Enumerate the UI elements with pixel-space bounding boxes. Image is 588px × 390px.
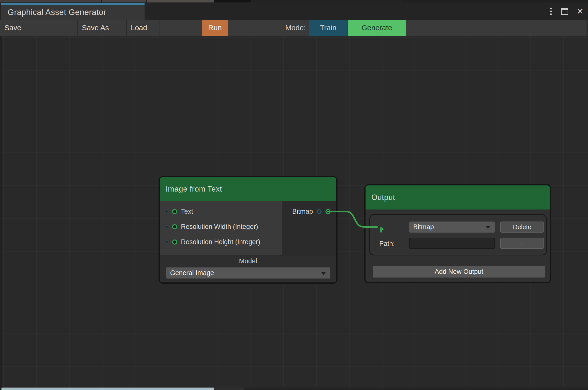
input-row-resolution-height: Resolution Height (Integer) bbox=[160, 234, 282, 249]
save-as-button[interactable]: Save As bbox=[78, 20, 126, 36]
toolbar-empty-segment bbox=[34, 20, 77, 36]
graphical-asset-generator-window: Graphical Asset Generator ✕ Save Save As… bbox=[0, 0, 588, 390]
output-type-dropdown[interactable]: Bitmap bbox=[409, 222, 495, 233]
preview-dot-icon[interactable] bbox=[165, 240, 168, 244]
preview-dot-icon[interactable] bbox=[165, 210, 168, 213]
page-title: Graphical Asset Generator bbox=[8, 8, 106, 17]
horizontal-scrollbar[interactable] bbox=[0, 388, 588, 390]
model-dropdown-value: General Image bbox=[170, 269, 214, 277]
output-type-value: Bitmap bbox=[413, 223, 434, 231]
input-port-label: Resolution Width (Integer) bbox=[181, 223, 258, 231]
mode-label: Mode: bbox=[228, 20, 309, 36]
mode-generate-button[interactable]: Generate bbox=[348, 20, 406, 36]
path-input[interactable] bbox=[409, 238, 495, 249]
input-port-label: Resolution Height (Integer) bbox=[181, 238, 260, 246]
toolbar-empty-segment bbox=[160, 20, 202, 36]
canvas-left-edge bbox=[0, 36, 2, 388]
node-title: Output bbox=[371, 193, 395, 202]
run-button[interactable]: Run bbox=[202, 20, 228, 36]
node-title: Image from Text bbox=[166, 185, 222, 194]
input-port-icon[interactable] bbox=[172, 224, 177, 229]
add-new-output-button[interactable]: Add New Output bbox=[373, 266, 545, 278]
node-output[interactable]: Output Bitmap Delete Path: ... Add New O… bbox=[365, 185, 550, 282]
input-port-icon[interactable] bbox=[380, 227, 382, 233]
window-tab[interactable]: Graphical Asset Generator bbox=[1, 3, 145, 20]
delete-button[interactable]: Delete bbox=[500, 222, 544, 233]
output-port-icon[interactable] bbox=[325, 209, 331, 214]
model-section: Model General Image bbox=[160, 255, 336, 283]
maximize-icon[interactable] bbox=[561, 8, 568, 15]
chevron-down-icon bbox=[321, 272, 326, 275]
model-label: Model bbox=[160, 255, 336, 265]
preview-dot-icon[interactable] bbox=[165, 225, 168, 229]
output-port-label: Bitmap bbox=[292, 208, 313, 215]
output-entry-group: Bitmap Delete Path: ... bbox=[369, 214, 547, 255]
node-output-header[interactable]: Output bbox=[365, 185, 550, 209]
scrollbar-block bbox=[214, 388, 244, 390]
input-port-icon[interactable] bbox=[172, 240, 177, 244]
title-bar: Graphical Asset Generator ✕ bbox=[0, 2, 588, 20]
load-button[interactable]: Load bbox=[127, 20, 160, 36]
toolbar: Save Save As Load Run Mode: Train Genera… bbox=[0, 20, 588, 36]
model-dropdown[interactable]: General Image bbox=[166, 267, 330, 279]
input-port-label: Text bbox=[181, 208, 193, 215]
background-window-strip bbox=[0, 0, 588, 2]
path-label: Path: bbox=[379, 240, 395, 247]
input-ports-panel: Text Resolution Width (Integer) Resoluti… bbox=[160, 201, 282, 255]
node-graph-canvas[interactable]: Image from Text Text Resolution Width (I… bbox=[0, 36, 588, 388]
close-icon[interactable]: ✕ bbox=[577, 7, 584, 15]
input-row-text: Text bbox=[160, 204, 282, 219]
mode-train-button[interactable]: Train bbox=[309, 20, 347, 36]
output-ports-panel: Bitmap bbox=[282, 201, 336, 255]
node-image-from-text[interactable]: Image from Text Text Resolution Width (I… bbox=[160, 177, 336, 283]
input-port-icon[interactable] bbox=[172, 209, 177, 214]
secondary-port-icon[interactable] bbox=[317, 209, 322, 214]
chevron-down-icon bbox=[485, 226, 490, 229]
output-row-bitmap: Bitmap bbox=[282, 204, 336, 219]
scrollbar-thumb[interactable] bbox=[1, 388, 214, 390]
kebab-menu-icon[interactable] bbox=[549, 7, 553, 16]
save-button[interactable]: Save bbox=[0, 20, 34, 36]
input-row-resolution-width: Resolution Width (Integer) bbox=[160, 219, 282, 234]
node-image-from-text-header[interactable]: Image from Text bbox=[160, 177, 336, 201]
browse-button[interactable]: ... bbox=[500, 238, 544, 249]
